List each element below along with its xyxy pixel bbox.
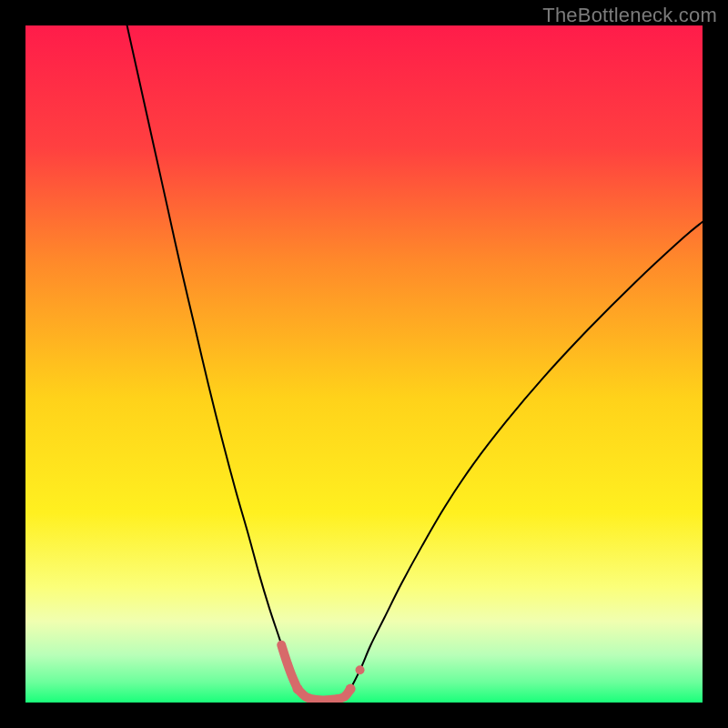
gradient-background: [25, 25, 703, 703]
valley-dot-right: [356, 665, 365, 674]
chart-svg: [25, 25, 703, 703]
watermark-label: TheBottleneck.com: [542, 4, 717, 27]
chart-frame: TheBottleneck.com: [0, 0, 728, 728]
valley-floor-end: [346, 684, 356, 694]
plot-area: [25, 25, 703, 703]
